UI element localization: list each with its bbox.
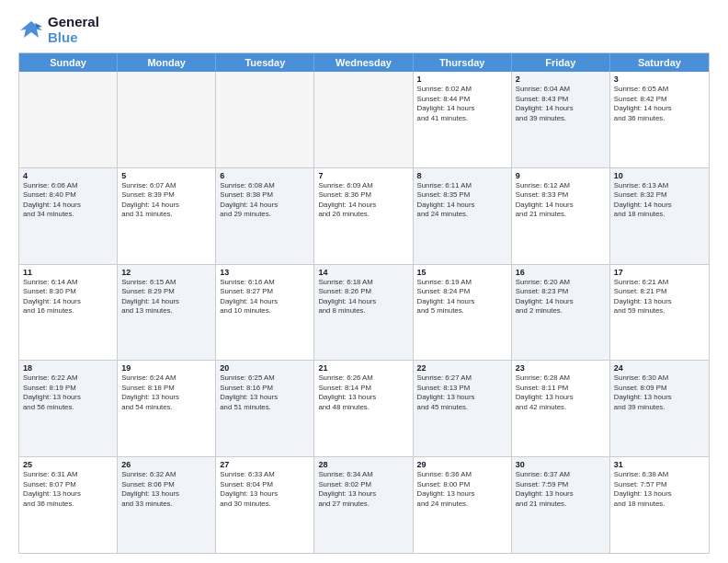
cell-info: Sunrise: 6:16 AM Sunset: 8:27 PM Dayligh… <box>220 278 310 316</box>
calendar-cell: 14Sunrise: 6:18 AM Sunset: 8:26 PM Dayli… <box>314 265 413 361</box>
calendar-cell <box>216 72 314 167</box>
day-number: 9 <box>516 171 606 180</box>
day-number: 14 <box>318 268 408 277</box>
day-number: 26 <box>121 460 211 469</box>
calendar-row: 25Sunrise: 6:31 AM Sunset: 8:07 PM Dayli… <box>19 457 709 553</box>
day-number: 6 <box>220 171 310 180</box>
cell-info: Sunrise: 6:15 AM Sunset: 8:29 PM Dayligh… <box>121 278 211 316</box>
calendar-header-cell: Monday <box>118 53 216 72</box>
calendar-cell <box>19 72 118 167</box>
cell-info: Sunrise: 6:25 AM Sunset: 8:16 PM Dayligh… <box>220 373 310 412</box>
cell-info: Sunrise: 6:37 AM Sunset: 7:59 PM Dayligh… <box>516 470 606 509</box>
calendar-header: SundayMondayTuesdayWednesdayThursdayFrid… <box>19 53 709 72</box>
calendar-cell: 13Sunrise: 6:16 AM Sunset: 8:27 PM Dayli… <box>216 265 314 361</box>
cell-info: Sunrise: 6:02 AM Sunset: 8:44 PM Dayligh… <box>417 85 507 123</box>
calendar-row: 18Sunrise: 6:22 AM Sunset: 8:19 PM Dayli… <box>19 361 709 457</box>
calendar-cell: 20Sunrise: 6:25 AM Sunset: 8:16 PM Dayli… <box>216 361 314 456</box>
day-number: 13 <box>220 268 310 277</box>
calendar-cell: 1Sunrise: 6:02 AM Sunset: 8:44 PM Daylig… <box>414 72 512 167</box>
calendar-cell: 21Sunrise: 6:26 AM Sunset: 8:14 PM Dayli… <box>314 361 413 456</box>
cell-info: Sunrise: 6:14 AM Sunset: 8:30 PM Dayligh… <box>23 278 113 316</box>
day-number: 25 <box>23 460 113 469</box>
cell-info: Sunrise: 6:13 AM Sunset: 8:32 PM Dayligh… <box>614 181 705 220</box>
calendar-cell: 15Sunrise: 6:19 AM Sunset: 8:24 PM Dayli… <box>414 265 512 361</box>
calendar-cell: 17Sunrise: 6:21 AM Sunset: 8:21 PM Dayli… <box>610 265 709 361</box>
calendar-row: 1Sunrise: 6:02 AM Sunset: 8:44 PM Daylig… <box>19 72 709 168</box>
cell-info: Sunrise: 6:05 AM Sunset: 8:42 PM Dayligh… <box>614 85 705 123</box>
cell-info: Sunrise: 6:31 AM Sunset: 8:07 PM Dayligh… <box>23 470 113 509</box>
day-number: 29 <box>417 460 507 469</box>
logo: General Blue <box>18 15 99 45</box>
calendar-cell: 4Sunrise: 6:06 AM Sunset: 8:40 PM Daylig… <box>19 168 118 264</box>
calendar-cell: 29Sunrise: 6:36 AM Sunset: 8:00 PM Dayli… <box>414 457 512 553</box>
day-number: 21 <box>318 363 408 373</box>
day-number: 19 <box>121 363 211 373</box>
day-number: 18 <box>23 363 113 373</box>
calendar-cell: 10Sunrise: 6:13 AM Sunset: 8:32 PM Dayli… <box>610 168 709 264</box>
day-number: 2 <box>516 75 606 84</box>
day-number: 4 <box>23 171 113 180</box>
day-number: 24 <box>614 363 705 373</box>
day-number: 1 <box>417 75 507 84</box>
calendar-cell: 6Sunrise: 6:08 AM Sunset: 8:38 PM Daylig… <box>216 168 314 264</box>
calendar-cell <box>118 72 216 167</box>
day-number: 3 <box>614 75 705 84</box>
calendar-cell: 9Sunrise: 6:12 AM Sunset: 8:33 PM Daylig… <box>512 168 610 264</box>
calendar-row: 11Sunrise: 6:14 AM Sunset: 8:30 PM Dayli… <box>19 265 709 362</box>
calendar-cell: 31Sunrise: 6:38 AM Sunset: 7:57 PM Dayli… <box>610 457 709 553</box>
calendar-header-cell: Thursday <box>414 53 512 72</box>
cell-info: Sunrise: 6:26 AM Sunset: 8:14 PM Dayligh… <box>318 373 408 412</box>
cell-info: Sunrise: 6:19 AM Sunset: 8:24 PM Dayligh… <box>417 278 507 316</box>
svg-marker-0 <box>20 21 42 38</box>
calendar-cell: 28Sunrise: 6:34 AM Sunset: 8:02 PM Dayli… <box>314 457 413 553</box>
day-number: 22 <box>417 363 507 373</box>
calendar-cell: 8Sunrise: 6:11 AM Sunset: 8:35 PM Daylig… <box>414 168 512 264</box>
calendar-cell: 3Sunrise: 6:05 AM Sunset: 8:42 PM Daylig… <box>610 72 709 167</box>
calendar-cell: 12Sunrise: 6:15 AM Sunset: 8:29 PM Dayli… <box>118 265 216 361</box>
logo-text: General Blue <box>48 15 99 45</box>
day-number: 10 <box>614 171 705 180</box>
calendar-cell: 7Sunrise: 6:09 AM Sunset: 8:36 PM Daylig… <box>314 168 413 264</box>
cell-info: Sunrise: 6:07 AM Sunset: 8:39 PM Dayligh… <box>121 181 211 220</box>
cell-info: Sunrise: 6:09 AM Sunset: 8:36 PM Dayligh… <box>318 181 408 220</box>
calendar-header-cell: Friday <box>512 53 610 72</box>
day-number: 20 <box>220 363 310 373</box>
calendar-cell: 18Sunrise: 6:22 AM Sunset: 8:19 PM Dayli… <box>19 361 118 456</box>
cell-info: Sunrise: 6:33 AM Sunset: 8:04 PM Dayligh… <box>220 470 310 509</box>
cell-info: Sunrise: 6:24 AM Sunset: 8:18 PM Dayligh… <box>121 373 211 412</box>
cell-info: Sunrise: 6:18 AM Sunset: 8:26 PM Dayligh… <box>318 278 408 316</box>
calendar-header-cell: Saturday <box>610 53 709 72</box>
calendar-body: 1Sunrise: 6:02 AM Sunset: 8:44 PM Daylig… <box>19 72 709 553</box>
cell-info: Sunrise: 6:30 AM Sunset: 8:09 PM Dayligh… <box>614 373 705 412</box>
cell-info: Sunrise: 6:11 AM Sunset: 8:35 PM Dayligh… <box>417 181 507 220</box>
cell-info: Sunrise: 6:12 AM Sunset: 8:33 PM Dayligh… <box>516 181 606 220</box>
day-number: 30 <box>516 460 606 469</box>
calendar-cell: 24Sunrise: 6:30 AM Sunset: 8:09 PM Dayli… <box>610 361 709 456</box>
cell-info: Sunrise: 6:32 AM Sunset: 8:06 PM Dayligh… <box>121 470 211 509</box>
cell-info: Sunrise: 6:36 AM Sunset: 8:00 PM Dayligh… <box>417 470 507 509</box>
cell-info: Sunrise: 6:20 AM Sunset: 8:23 PM Dayligh… <box>516 278 606 316</box>
cell-info: Sunrise: 6:04 AM Sunset: 8:43 PM Dayligh… <box>516 85 606 123</box>
calendar-header-cell: Sunday <box>19 53 118 72</box>
logo-icon <box>18 17 44 43</box>
calendar-cell: 27Sunrise: 6:33 AM Sunset: 8:04 PM Dayli… <box>216 457 314 553</box>
page: General Blue SundayMondayTuesdayWednesda… <box>0 0 728 563</box>
day-number: 27 <box>220 460 310 469</box>
calendar-cell: 23Sunrise: 6:28 AM Sunset: 8:11 PM Dayli… <box>512 361 610 456</box>
calendar-cell: 5Sunrise: 6:07 AM Sunset: 8:39 PM Daylig… <box>118 168 216 264</box>
day-number: 5 <box>121 171 211 180</box>
calendar-cell: 25Sunrise: 6:31 AM Sunset: 8:07 PM Dayli… <box>19 457 118 553</box>
cell-info: Sunrise: 6:22 AM Sunset: 8:19 PM Dayligh… <box>23 373 113 412</box>
calendar-cell <box>314 72 413 167</box>
calendar-header-cell: Wednesday <box>314 53 413 72</box>
day-number: 8 <box>417 171 507 180</box>
calendar-cell: 2Sunrise: 6:04 AM Sunset: 8:43 PM Daylig… <box>512 72 610 167</box>
day-number: 16 <box>516 268 606 277</box>
day-number: 11 <box>23 268 113 277</box>
cell-info: Sunrise: 6:27 AM Sunset: 8:13 PM Dayligh… <box>417 373 507 412</box>
cell-info: Sunrise: 6:08 AM Sunset: 8:38 PM Dayligh… <box>220 181 310 220</box>
calendar-cell: 16Sunrise: 6:20 AM Sunset: 8:23 PM Dayli… <box>512 265 610 361</box>
calendar-cell: 11Sunrise: 6:14 AM Sunset: 8:30 PM Dayli… <box>19 265 118 361</box>
calendar-cell: 19Sunrise: 6:24 AM Sunset: 8:18 PM Dayli… <box>118 361 216 456</box>
calendar-header-cell: Tuesday <box>216 53 314 72</box>
